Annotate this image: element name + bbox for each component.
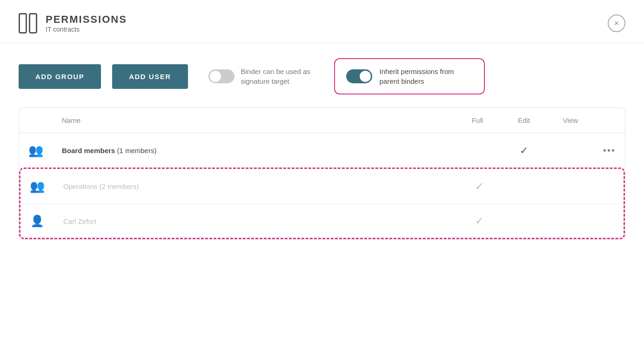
member-count: (1 members) [117,147,156,154]
modal-title: PERMISSIONS [46,13,127,26]
checkmark-icon: ✓ [475,215,483,227]
signature-toggle[interactable] [208,69,235,83]
content-area: Name Full Edit View 👥 Board memb [0,107,644,268]
inherit-toggle-label: Inherit permissions from parent binders [380,67,473,86]
person-name: Carl Zefort [63,217,96,225]
signature-toggle-label: Binder can be used as signature target [241,67,315,86]
row-full-cell: ✓ [456,204,503,238]
add-user-button[interactable]: ADD USER [112,64,188,89]
col-full-header: Full [454,108,501,133]
group-name: Operations (2 members) [63,182,139,190]
inherited-permissions-section: 👥 Operations (2 members) ✓ [19,168,625,239]
row-name-cell: Carl Zefort [54,204,456,238]
table-header-row: Name Full Edit View [19,108,625,133]
row-name-cell: Board members (1 members) [53,133,454,168]
modal-subtitle: IT contracts [46,26,127,33]
row-actions-cell: ••• [594,133,625,168]
person-icon: 👤 [30,215,44,227]
close-button[interactable]: × [608,14,625,32]
row-name-cell: Operations (2 members) [54,169,456,204]
permissions-table: Name Full Edit View 👥 Board memb [19,107,625,240]
checkmark-icon: ✓ [475,181,483,192]
row-actions-cell [596,169,624,204]
row-full-cell [454,133,501,168]
close-icon: × [614,19,619,28]
row-full-cell: ✓ [456,169,503,204]
logo-bar-right [29,13,37,34]
signature-toggle-group: Binder can be used as signature target [208,67,315,86]
row-view-cell [549,169,596,204]
col-edit-header: Edit [501,108,547,133]
col-icon-header [19,108,53,133]
toolbar: ADD GROUP ADD USER Binder can be used as… [0,43,644,107]
col-actions-header [594,108,625,133]
row-actions-cell [596,204,624,238]
group-icon: 👥 [28,143,43,157]
add-group-button[interactable]: ADD GROUP [19,64,101,89]
group-name: Board members [62,147,117,154]
table-row: 👤 Carl Zefort ✓ [20,204,624,238]
permissions-modal: PERMISSIONS IT contracts × ADD GROUP ADD… [0,0,644,349]
checkmark-icon: ✓ [520,145,528,156]
table-row: 👥 Operations (2 members) ✓ [20,169,624,204]
row-actions-button[interactable]: ••• [603,145,616,156]
app-logo [19,13,37,34]
group-icon: 👥 [30,179,45,193]
col-name-header: Name [53,108,454,133]
row-view-cell [549,204,596,238]
row-edit-cell: ✓ [501,133,547,168]
row-icon-cell: 👤 [20,204,54,238]
row-icon-cell: 👥 [20,169,54,204]
row-edit-cell [503,169,549,204]
logo-bar-left [19,13,27,34]
row-edit-cell [503,204,549,238]
inherit-toggle-slider [346,69,372,83]
header-left: PERMISSIONS IT contracts [19,13,127,34]
inherit-permissions-box: Inherit permissions from parent binders [334,58,485,94]
modal-header: PERMISSIONS IT contracts × [0,0,644,43]
table-row: 👥 Board members (1 members) ✓ ••• [19,133,625,168]
col-view-header: View [547,108,594,133]
row-icon-cell: 👥 [19,133,53,168]
header-title-block: PERMISSIONS IT contracts [46,13,127,33]
inherit-toggle[interactable] [346,69,372,83]
signature-toggle-slider [208,69,235,83]
row-view-cell [547,133,594,168]
